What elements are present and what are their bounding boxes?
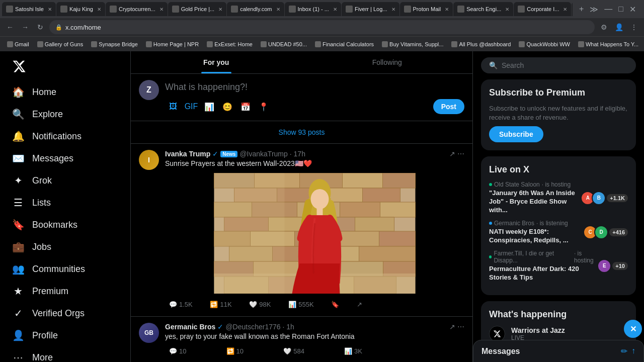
nav-item-jobs[interactable]: 💼Jobs [6, 236, 124, 258]
tab-close-1[interactable]: ✕ [97, 7, 101, 12]
germanic-share-icon[interactable]: ↗ [449, 323, 455, 331]
gif-icon[interactable]: GIF [183, 99, 199, 115]
schedule-icon[interactable]: 📅 [237, 99, 254, 115]
retweet-action[interactable]: 🔁 11K [206, 299, 235, 310]
bookmark-item-0[interactable]: Gmail [4, 40, 32, 48]
feed-tab-1[interactable]: Following [302, 51, 473, 73]
compose-input[interactable]: What is happening?! [165, 80, 464, 95]
tweet-more-icon[interactable]: ⋯ [457, 150, 464, 158]
nav-item-messages[interactable]: ✉️Messages [6, 147, 124, 169]
tab-close-9[interactable]: ✕ [563, 7, 567, 12]
reply-action[interactable]: 💬 1.5K [165, 299, 197, 310]
search-input[interactable] [502, 61, 628, 69]
profile-btn[interactable]: 👤 [613, 21, 625, 33]
nav-item-grok[interactable]: ✦Grok [6, 169, 124, 192]
compose-post-button[interactable]: Post [433, 99, 464, 114]
tab-close-0[interactable]: ✕ [48, 7, 52, 12]
subscribe-button[interactable]: Subscribe [489, 126, 543, 142]
share-action[interactable]: ↗ [353, 299, 366, 310]
maximize-btn[interactable]: □ [616, 3, 625, 16]
bookmark-item-5[interactable]: UNDEAD #50... [258, 40, 310, 48]
nav-item-premium[interactable]: ★Premium [6, 280, 124, 302]
bookmark-item-3[interactable]: Home Page | NPR [143, 40, 202, 48]
close-messages-btn[interactable]: ✕ [624, 320, 642, 338]
minimize-btn[interactable]: — [602, 3, 614, 16]
forward-btn[interactable]: → [19, 21, 31, 33]
browser-tab-9[interactable]: Corporate I...✕ [514, 2, 571, 16]
location-icon[interactable]: 📍 [256, 99, 272, 115]
tweet-germanic[interactable]: GB Germanic Bros ✓ @Deutscher1776 · 1h ↗… [131, 317, 472, 362]
tweet-ivanka[interactable]: I Ivanka Trump ✓ News @IvankaTrump · 17h… [131, 144, 472, 317]
bookmark-label-6: Financial Calculators [323, 41, 374, 47]
tab-close-7[interactable]: ✕ [445, 7, 449, 12]
nav-item-profile[interactable]: 👤Profile [6, 324, 124, 346]
tab-close-6[interactable]: ✕ [391, 7, 395, 12]
live-item-2-avatars: C D +416 [586, 225, 628, 239]
image-icon[interactable]: 🖼 [165, 99, 181, 115]
search-bar[interactable]: 🔍 [481, 57, 636, 73]
browser-tab-1[interactable]: Kaju King✕ [56, 2, 105, 16]
browser-tab-6[interactable]: Fiverr | Log...✕ [342, 2, 399, 16]
extensions-btn[interactable]: ⚙ [598, 21, 610, 33]
nav-item-lists[interactable]: ☰Lists [6, 192, 124, 214]
nav-item-home[interactable]: 🏠Home [6, 81, 124, 103]
chart-icon[interactable]: 📊 [201, 99, 217, 115]
views-action[interactable]: 📊 555K [284, 299, 317, 310]
browser-tab-5[interactable]: Inbox (1) - ...✕ [285, 2, 341, 16]
live-item-1[interactable]: Old State Saloon · is hosting "January 6… [489, 181, 628, 215]
nav-item-more[interactable]: ⋯More [6, 346, 124, 362]
bookmark-item-9[interactable]: QuackWobbi WW [516, 40, 573, 48]
browser-tab-7[interactable]: Proton Mail✕ [400, 2, 453, 16]
reload-btn[interactable]: ↻ [34, 21, 46, 33]
explore-icon: 🔍 [12, 108, 24, 120]
expand-messages-icon[interactable]: ↑ [631, 346, 635, 356]
bookmark-item-2[interactable]: Synapse Bridge [88, 40, 141, 48]
x-logo[interactable] [6, 55, 124, 79]
show-posts-bar[interactable]: Show 93 posts [131, 121, 472, 144]
bookmark-item-4[interactable]: ExExset: Home [204, 40, 256, 48]
new-tab-btn[interactable]: + [577, 3, 586, 16]
live-item-3[interactable]: Farmer.Till, I die or get Disapp... · is… [489, 250, 628, 282]
browser-tab-4[interactable]: calendly.com✕ [227, 2, 284, 16]
browser-tab-2[interactable]: Cryptocurren...✕ [106, 2, 168, 16]
browser-tab-3[interactable]: Gold Price |...✕ [168, 2, 226, 16]
tab-close-8[interactable]: ✕ [505, 7, 509, 12]
bookmark-item-1[interactable]: Gallery of Guns [34, 40, 86, 48]
svg-rect-4 [343, 173, 383, 188]
back-btn[interactable]: ← [4, 21, 16, 33]
bookmark-item-7[interactable]: Buy Vitamins, Suppl... [379, 40, 446, 48]
nav-item-bookmarks[interactable]: 🔖Bookmarks [6, 214, 124, 236]
browser-tab-0[interactable]: Satoshi Isle✕ [2, 2, 56, 16]
tweet-share-icon[interactable]: ↗ [449, 150, 455, 158]
nav-item-communities[interactable]: 👥Communities [6, 258, 124, 280]
tab-close-3[interactable]: ✕ [218, 7, 222, 12]
emoji-icon[interactable]: 😊 [219, 99, 235, 115]
nav-item-notifications[interactable]: 🔔Notifications [6, 125, 124, 147]
germanic-reply-action[interactable]: 💬 10 [165, 345, 190, 357]
germanic-more-icon[interactable]: ⋯ [457, 323, 464, 331]
tab-menu-btn[interactable]: ≫ [588, 3, 600, 16]
feed-tab-0[interactable]: For you [131, 51, 302, 73]
tab-close-4[interactable]: ✕ [276, 7, 280, 12]
like-action[interactable]: 🤍 98K [245, 299, 275, 310]
germanic-views-action[interactable]: 📊 3K [340, 345, 366, 357]
compose-message-icon[interactable]: ✏ [621, 346, 627, 356]
nav-item-verified-orgs[interactable]: ✓Verified Orgs [6, 302, 124, 324]
bookmark-item-10[interactable]: What Happens To Y... [575, 40, 641, 48]
browser-tab-8[interactable]: Search Engi...✕ [453, 2, 513, 16]
bookmark-item-6[interactable]: Financial Calculators [312, 40, 377, 48]
germanic-like-action[interactable]: 🤍 584 [279, 345, 308, 357]
germanic-retweet-action[interactable]: 🔁 10 [222, 345, 248, 357]
close-btn[interactable]: ✕ [627, 3, 638, 16]
tab-close-5[interactable]: ✕ [333, 7, 337, 12]
sports-event[interactable]: Warriors at Jazz LIVE [489, 326, 628, 342]
nav-item-explore[interactable]: 🔍Explore [6, 103, 124, 125]
browser-tab-10[interactable]: Heartquilt...✕ [572, 2, 573, 16]
address-bar[interactable]: 🔒 x.com/home [49, 20, 595, 34]
menu-btn[interactable]: ⋮ [628, 21, 640, 33]
bookmark-item-8[interactable]: All Plus @dashboard [448, 40, 514, 48]
live-avatar-5: E [597, 259, 611, 273]
live-item-2[interactable]: Germanic Bros · is listening NATI weekly… [489, 220, 628, 245]
bookmark-action[interactable]: 🔖 [327, 299, 343, 310]
tab-close-2[interactable]: ✕ [159, 7, 164, 12]
